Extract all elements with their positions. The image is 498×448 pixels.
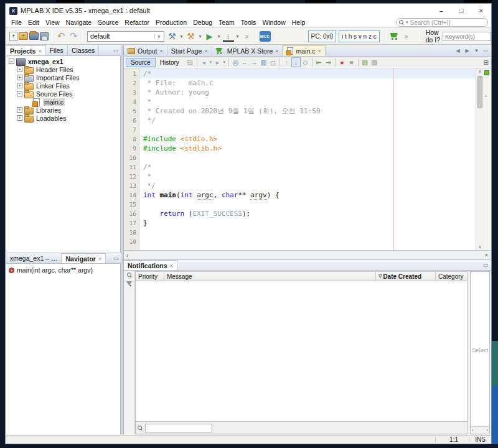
- scroll-right-icon[interactable]: ›: [487, 428, 488, 432]
- ide-search-box[interactable]: ▾ Search (Ctrl+I): [396, 18, 488, 27]
- howdoi-keyword-input[interactable]: [443, 32, 491, 41]
- editor-scrollbar[interactable]: ∧ ∨: [476, 68, 484, 250]
- start-macro-icon[interactable]: ●: [337, 57, 347, 67]
- find-next-icon[interactable]: →: [250, 57, 259, 67]
- breadcrumb-close-icon[interactable]: ×: [485, 252, 488, 258]
- mcc-icon[interactable]: MCC: [260, 31, 271, 42]
- store-cart-icon[interactable]: [390, 32, 400, 40]
- clean-build-dropdown-icon[interactable]: ▾: [198, 30, 203, 42]
- menu-source[interactable]: Source: [95, 19, 121, 26]
- cart-overflow-icon[interactable]: »: [401, 30, 412, 42]
- notifications-filter-icon[interactable]: [126, 281, 132, 287]
- program-device-icon[interactable]: ↓: [223, 30, 234, 42]
- menu-refactor[interactable]: Refactor: [121, 19, 153, 26]
- quick-search-input[interactable]: [145, 424, 212, 432]
- tab-close-icon[interactable]: ×: [317, 48, 321, 54]
- program-dropdown-icon[interactable]: ▾: [235, 30, 240, 42]
- expand-editor-icon[interactable]: ⊞: [484, 59, 489, 66]
- menu-navigate[interactable]: Navigate: [63, 19, 95, 26]
- back-dropdown-icon[interactable]: ▾: [209, 57, 213, 67]
- tab-close-icon[interactable]: ×: [98, 256, 101, 262]
- detail-horizontal-scrollbar[interactable]: ‹ ›: [471, 426, 489, 434]
- expand-icon[interactable]: +: [17, 107, 22, 113]
- forward-icon[interactable]: ▸: [213, 57, 222, 67]
- notifications-minimize-icon[interactable]: ▭: [481, 260, 491, 270]
- collapse-icon[interactable]: −: [17, 91, 22, 96]
- toggle-highlight-icon[interactable]: ▥: [259, 57, 268, 67]
- tree-item-important-files[interactable]: +Important Files: [6, 73, 120, 82]
- source-view-button[interactable]: Source: [126, 58, 156, 67]
- tree-item-loadables[interactable]: +Loadables: [6, 114, 120, 122]
- code-pane[interactable]: /* * File: main.c * Author: young * * Cr…: [139, 68, 476, 250]
- tab-classes[interactable]: Classes: [68, 45, 99, 55]
- pc-register-field[interactable]: PC: 0x0: [308, 30, 337, 42]
- maximize-button[interactable]: □: [451, 4, 471, 17]
- status-flags-field[interactable]: i t h s v n z c: [339, 30, 380, 42]
- forward-dropdown-icon[interactable]: ▾: [222, 57, 227, 67]
- maximize-window-icon[interactable]: ▭: [481, 48, 491, 54]
- expand-icon[interactable]: +: [17, 67, 22, 72]
- clean-build-icon[interactable]: ⚒: [186, 30, 197, 42]
- close-button[interactable]: ×: [471, 4, 491, 17]
- select-in-projects-icon[interactable]: ◻: [268, 57, 278, 67]
- menu-file[interactable]: File: [8, 19, 25, 26]
- quick-search-icon[interactable]: [138, 426, 143, 431]
- toggle-bookmark-icon[interactable]: ◇: [301, 57, 310, 67]
- scroll-down-icon[interactable]: ∨: [476, 245, 484, 250]
- column-header-category[interactable]: Category: [436, 272, 467, 281]
- tab-projects[interactable]: Projects×: [6, 45, 46, 55]
- navigator-minimize-icon[interactable]: ▭: [111, 253, 121, 263]
- tree-item-source-files[interactable]: −Source Files: [6, 90, 120, 98]
- scroll-up-icon[interactable]: ∧: [476, 69, 484, 74]
- comment-icon[interactable]: ▧: [360, 57, 370, 67]
- menu-edit[interactable]: Edit: [25, 19, 42, 26]
- tab-xmega-ex1-[interactable]: xmega_ex1 – …: [6, 253, 62, 263]
- menu-view[interactable]: View: [42, 19, 63, 26]
- breadcrumb-chevron-icon[interactable]: ›: [126, 252, 128, 259]
- menu-tools[interactable]: Tools: [238, 19, 260, 26]
- tab-close-icon[interactable]: ×: [204, 48, 207, 54]
- expand-icon[interactable]: +: [17, 83, 22, 88]
- menu-window[interactable]: Window: [259, 19, 288, 26]
- find-previous-icon[interactable]: ←: [240, 57, 250, 67]
- projects-minimize-icon[interactable]: ▭: [111, 45, 121, 55]
- tab-close-icon[interactable]: ×: [275, 48, 278, 54]
- tab-list-icon[interactable]: ▼: [472, 48, 481, 54]
- expand-icon[interactable]: +: [17, 75, 22, 80]
- tree-item-libraries[interactable]: +Libraries: [6, 106, 120, 114]
- scroll-left-icon[interactable]: ‹: [472, 428, 473, 432]
- scrollbar-thumb[interactable]: [477, 76, 482, 108]
- notifications-table-body[interactable]: [135, 281, 467, 422]
- open-project-icon[interactable]: [29, 32, 39, 40]
- tab-main-c[interactable]: main.c×: [283, 45, 325, 56]
- column-header-message[interactable]: Message: [164, 272, 376, 281]
- shift-left-icon[interactable]: ⇤: [314, 57, 324, 67]
- combo-dropdown-icon[interactable]: ∨: [154, 34, 164, 39]
- collapse-icon[interactable]: −: [9, 58, 14, 64]
- stop-macro-icon[interactable]: ■: [347, 57, 356, 67]
- uncomment-icon[interactable]: ▨: [370, 57, 379, 67]
- column-header-priority[interactable]: Priority: [136, 272, 164, 281]
- tree-item-linker-files[interactable]: +Linker Files: [6, 82, 120, 90]
- menu-help[interactable]: Help: [289, 19, 309, 26]
- menu-production[interactable]: Production: [153, 19, 190, 26]
- expand-icon[interactable]: +: [17, 115, 22, 121]
- code-editor[interactable]: 12345678910111213141516171819 /* * File:…: [124, 68, 491, 250]
- title-bar[interactable]: X MPLAB X IDE v5.35 - xmega_ex1 : defaul…: [6, 4, 491, 17]
- tree-item-header-files[interactable]: +Header Files: [6, 65, 120, 73]
- tab-notifications[interactable]: Notifications×: [124, 260, 177, 270]
- toolbar-overflow-icon[interactable]: »: [242, 30, 253, 42]
- last-edited-doc-icon[interactable]: ▤: [186, 57, 195, 67]
- history-view-button[interactable]: History: [156, 58, 184, 67]
- tab-navigator[interactable]: Navigator×: [62, 253, 106, 263]
- next-bookmark-icon[interactable]: ↓: [291, 57, 301, 67]
- save-all-icon[interactable]: [40, 32, 49, 40]
- minimize-button[interactable]: –: [431, 4, 451, 17]
- tab-close-icon[interactable]: ×: [170, 263, 173, 269]
- undo-icon[interactable]: ↶: [55, 30, 67, 42]
- search-dropdown-icon[interactable]: ▾: [406, 20, 408, 25]
- menu-team[interactable]: Team: [215, 19, 238, 26]
- tab-output[interactable]: Output×: [124, 45, 167, 56]
- new-file-icon[interactable]: +: [9, 32, 17, 41]
- shift-right-icon[interactable]: ⇥: [324, 57, 333, 67]
